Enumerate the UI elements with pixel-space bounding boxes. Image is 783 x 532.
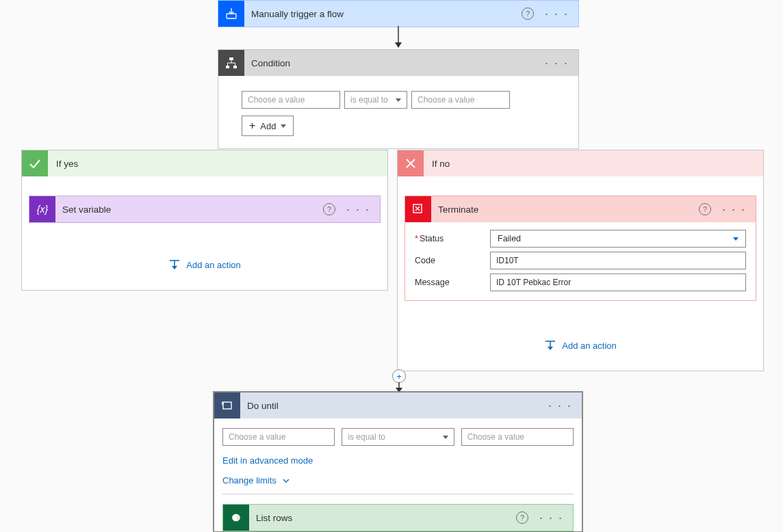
chevron-down-icon (443, 436, 448, 439)
arrow-trigger-to-condition (394, 26, 402, 49)
condition-card[interactable]: Condition · · · Choose a value is equal … (218, 49, 579, 149)
code-input[interactable]: ID10T (490, 252, 746, 269)
condition-left-value[interactable]: Choose a value (242, 91, 340, 109)
insert-step-button[interactable]: + (392, 369, 406, 383)
message-label: Message (415, 278, 490, 287)
svg-rect-3 (229, 57, 233, 60)
add-action-label: Add an action (186, 260, 241, 270)
change-limits-link[interactable]: Change limits (222, 475, 290, 486)
operator-text: is equal to (350, 95, 388, 105)
status-label: *Status (415, 234, 490, 243)
variable-icon: {x} (29, 196, 55, 222)
trigger-icon (218, 1, 244, 27)
chevron-down-icon (396, 98, 401, 102)
svg-rect-0 (227, 14, 236, 18)
edit-advanced-link[interactable]: Edit in advanced mode (222, 455, 313, 466)
do-until-title: Do until (240, 401, 545, 411)
more-icon[interactable]: · · · (542, 60, 572, 66)
if-no-panel: If no Terminate ? · · · *Status (397, 150, 764, 371)
set-variable-title: Set variable (55, 204, 323, 215)
list-rows-title: List rows (249, 513, 516, 523)
terminate-card[interactable]: Terminate ? · · · *Status Failed (405, 196, 756, 301)
add-action-icon (168, 258, 181, 271)
set-variable-card[interactable]: {x} Set variable ? · · · (29, 196, 381, 223)
trigger-title: Manually trigger a flow (244, 9, 522, 19)
add-condition-button[interactable]: + Add (242, 116, 294, 136)
check-icon (22, 150, 48, 176)
dountil-right-value[interactable]: Choose a value (461, 428, 574, 446)
more-icon[interactable]: · · · (537, 515, 566, 521)
svg-rect-5 (233, 66, 237, 68)
svg-marker-17 (548, 347, 553, 350)
condition-icon (218, 50, 244, 76)
svg-marker-2 (395, 42, 402, 48)
if-yes-title: If yes (48, 159, 78, 169)
trigger-card[interactable]: Manually trigger a flow ? · · · (218, 0, 579, 27)
terminate-icon (405, 196, 431, 222)
dountil-operator[interactable]: is equal to (342, 428, 454, 446)
svg-text:{x}: {x} (37, 204, 49, 215)
add-action-label: Add an action (562, 341, 617, 351)
chevron-down-icon (283, 475, 290, 486)
if-no-title: If no (424, 159, 450, 169)
add-action-icon (544, 339, 556, 351)
chevron-down-icon (733, 237, 739, 241)
more-icon[interactable]: · · · (542, 11, 572, 17)
chevron-down-icon (281, 124, 286, 128)
help-icon[interactable]: ? (699, 203, 711, 215)
add-label: Add (260, 121, 276, 131)
more-icon[interactable]: · · · (719, 207, 749, 213)
condition-right-value[interactable]: Choose a value (411, 91, 510, 109)
add-action-no[interactable]: Add an action (405, 339, 756, 351)
dountil-left-value[interactable]: Choose a value (222, 428, 335, 446)
help-icon[interactable]: ? (516, 511, 528, 524)
status-select[interactable]: Failed (490, 230, 746, 248)
svg-rect-20 (223, 402, 231, 409)
dataverse-icon (223, 505, 249, 531)
condition-title: Condition (244, 58, 542, 68)
list-rows-card[interactable]: List rows ? · · · (222, 504, 574, 531)
svg-rect-4 (226, 66, 229, 68)
if-yes-panel: If yes {x} Set variable ? · · · Add an a… (21, 150, 388, 291)
help-icon[interactable]: ? (323, 203, 335, 215)
terminate-title: Terminate (431, 204, 699, 215)
loop-icon (214, 393, 240, 418)
code-label: Code (415, 256, 490, 265)
plus-icon: + (249, 120, 255, 132)
do-until-card[interactable]: Do until · · · Choose a value is equal t… (213, 391, 583, 532)
help-icon[interactable]: ? (522, 8, 534, 20)
operator-text: is equal to (348, 432, 385, 442)
more-icon[interactable]: · · · (344, 207, 373, 213)
svg-marker-9 (172, 266, 177, 269)
close-icon (398, 150, 424, 176)
message-input[interactable]: ID 10T Pebkac Error (490, 274, 746, 291)
more-icon[interactable]: · · · (545, 403, 575, 409)
add-action-yes[interactable]: Add an action (29, 258, 381, 271)
condition-operator[interactable]: is equal to (344, 91, 407, 109)
status-value: Failed (498, 234, 521, 243)
flow-canvas: Manually trigger a flow ? · · · Conditio… (0, 0, 783, 532)
